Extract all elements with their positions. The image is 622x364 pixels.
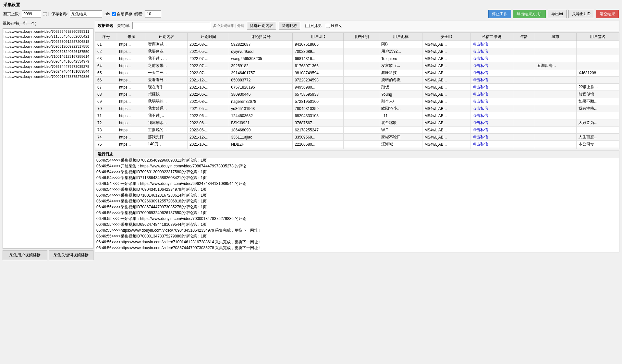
thread-input[interactable]: [145, 10, 161, 18]
table-cell: MS4wLjAB...: [422, 69, 470, 77]
table-cell[interactable]: 点击私信: [470, 119, 513, 127]
table-cell: 1: [577, 148, 619, 150]
table-cell[interactable]: 点击私信: [470, 112, 513, 119]
data-table-container: 序号来源评论内容评论时间评论抖音号用户UID用户性别用户昵称安全ID私信二维码年…: [95, 32, 619, 149]
female-only-option[interactable]: 只抓女: [326, 23, 342, 29]
filter-comment-button[interactable]: 筛选评论内容: [247, 22, 276, 30]
table-cell[interactable]: 点击私信: [470, 48, 513, 55]
table-row[interactable]: 75https...140刀，...2021-10-...NDBZH222066…: [95, 141, 619, 148]
table-cell: [535, 134, 576, 141]
table-cell[interactable]: 点击私信: [470, 105, 513, 112]
table-row[interactable]: 66https...去看看外...2021-12-...850883772972…: [95, 77, 619, 84]
table-cell: NDBZH: [229, 141, 293, 148]
table-cell: 65758595938: [293, 91, 343, 98]
table-row[interactable]: 74https...那我先打...2021-12-...336111ajiao3…: [95, 134, 619, 141]
table-cell[interactable]: 点击私信: [470, 77, 513, 84]
table-cell[interactable]: 点击私信: [470, 69, 513, 77]
page-limit-label: 翻页上限:: [3, 11, 20, 17]
table-cell: https...: [117, 105, 146, 112]
table-cell: 94107518605: [293, 41, 343, 48]
multi-key-hint: 多个关键词用 | 分隔: [213, 23, 244, 28]
table-cell: 72: [95, 119, 117, 127]
table-cell[interactable]: 点击私信: [470, 127, 513, 134]
save-name-label: 保存名称:: [51, 11, 68, 17]
table-cell: 97223234593: [293, 77, 343, 84]
male-only-option[interactable]: 只抓男: [305, 23, 322, 29]
table-cell: [535, 84, 576, 91]
table-cell[interactable]: 点击私信: [470, 55, 513, 62]
table-cell: [577, 127, 619, 134]
female-checkbox[interactable]: [326, 24, 330, 28]
table-cell: 63: [95, 55, 117, 62]
export-uid-button[interactable]: 只导出UID: [568, 10, 594, 18]
clear-results-button[interactable]: 清空结果: [596, 10, 619, 18]
table-row[interactable]: 65https...一天二三...2022-07-...391464017579…: [95, 69, 619, 77]
table-row[interactable]: 61https...智商测试...2021-08-...592822087941…: [95, 41, 619, 48]
table-cell: [577, 62, 619, 69]
table-cell[interactable]: 点击私信: [470, 98, 513, 105]
table-row[interactable]: 73https...主播说的...2022-06-...186468090621…: [95, 127, 619, 134]
video-links-textarea[interactable]: [4, 29, 92, 248]
table-cell: [513, 112, 535, 119]
export-style1-button[interactable]: 导出结果方式1: [513, 10, 546, 18]
table-row[interactable]: 71https...我不过[...2022-06-...124460368268…: [95, 112, 619, 119]
table-cell[interactable]: 点击私信: [470, 134, 513, 141]
table-cell: 57281950160: [293, 98, 343, 105]
table-row[interactable]: 76https...一天3002022-06-...qwerqwer000193…: [95, 148, 619, 150]
table-cell[interactable]: 点击私信: [470, 84, 513, 91]
table-cell: 22206680...: [293, 141, 343, 148]
table-row[interactable]: 69https...我弱弱的...2021-08-...nageren82678…: [95, 98, 619, 105]
page-limit-input[interactable]: [22, 10, 41, 18]
table-cell: 一天二三...: [146, 69, 187, 77]
table-cell: 69: [95, 98, 117, 105]
table-row[interactable]: 67https...现在有手...2021-10-...675718281959…: [95, 84, 619, 91]
table-cell: 98108749594: [293, 69, 343, 77]
table-cell[interactable]: 点击私信: [470, 91, 513, 98]
collect-keyword-video-button[interactable]: 采集关键词视频链接: [49, 250, 93, 260]
table-cell: [513, 84, 535, 91]
table-cell: 94956980...: [293, 84, 343, 91]
table-cell: 78049310359: [293, 105, 343, 112]
table-cell: [535, 127, 576, 134]
table-cell: [513, 141, 535, 148]
table-cell: MS4wLjAB...: [422, 105, 470, 112]
male-label: 只抓男: [310, 23, 322, 29]
stop-work-button[interactable]: 停止工作: [488, 10, 511, 18]
table-cell: [513, 41, 535, 48]
table-cell: 2022-06-...: [187, 119, 229, 127]
table-cell[interactable]: 点击私信: [470, 148, 513, 150]
table-cell: https...: [117, 134, 146, 141]
table-cell: 我寒刷水...: [146, 119, 187, 127]
table-cell: dyiyrvur9aod: [229, 48, 293, 55]
table-cell: 1244603682: [229, 112, 293, 119]
keyword-input[interactable]: [132, 22, 210, 29]
table-cell: [535, 141, 576, 148]
table-cell: [343, 91, 379, 98]
table-row[interactable]: 70https...我太普通...2021-05-...yu8651319637…: [95, 105, 619, 112]
table-cell: [535, 41, 576, 48]
table-cell: [535, 112, 576, 119]
table-row[interactable]: 68https...想赚钱2022-06-...3809304466575859…: [95, 91, 619, 98]
collect-user-video-button[interactable]: 采集用户视频链接: [3, 250, 47, 260]
table-cell: 2021-08-...: [187, 41, 229, 48]
auto-save-option[interactable]: 自动保存: [112, 11, 132, 17]
table-row[interactable]: 63https...我干过，...2022-07-...wang25653982…: [95, 55, 619, 62]
save-name-input[interactable]: [70, 10, 102, 18]
filter-nickname-button[interactable]: 筛选昵称: [279, 22, 300, 30]
table-cell[interactable]: 点击私信: [470, 62, 513, 69]
log-line: 06:46:55>>>>采集视频ID7000013478375279886的评论…: [96, 233, 618, 239]
male-checkbox[interactable]: [305, 24, 310, 28]
table-cell: [535, 91, 576, 98]
table-cell: [535, 98, 576, 105]
table-row[interactable]: 62https...我要创业2021-05-...dyiyrvur9aod700…: [95, 48, 619, 55]
table-cell: 北至踹歌: [379, 119, 422, 127]
table-cell[interactable]: 点击私信: [470, 41, 513, 48]
table-row[interactable]: 64https...之前效果...2022-07-...392591826176…: [95, 62, 619, 69]
xls-option[interactable]: .xls: [104, 12, 110, 16]
auto-save-checkbox[interactable]: [112, 12, 116, 16]
table-row[interactable]: 72https...我寒刷水...2022-06-...BSKJ09213768…: [95, 119, 619, 127]
table-cell: https...: [117, 77, 146, 84]
app-title: 采集设置: [1, 1, 621, 8]
table-cell[interactable]: 点击私信: [470, 141, 513, 148]
export-txt-button[interactable]: 导出txt: [548, 10, 567, 18]
